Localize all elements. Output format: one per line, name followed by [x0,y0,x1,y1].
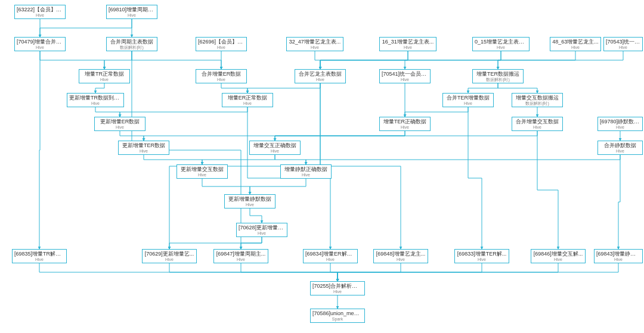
flow-node[interactable]: [70628]更新增量周...Hive [236,223,287,237]
flow-node[interactable]: [69810]增量周期主...Hive [106,5,157,19]
node-title: 增量TER数据搬运 [473,70,523,77]
flow-node[interactable]: 更新增量交互数据Hive [177,164,228,179]
node-title: [70629]更新增量艺... [143,250,196,257]
node-title: 合并周期主表数据 [107,38,157,45]
node-subtitle: Hive [598,125,642,130]
flow-edge [95,83,104,93]
flow-edge [338,263,482,281]
node-title: 0_15增量艺龙主表数... [473,38,529,45]
flow-node[interactable]: [70541]统一会员全...Hive [379,69,431,83]
flow-node[interactable]: 合并静默数据Hive [597,141,643,155]
flow-node[interactable]: [70629]更新增量艺...Hive [142,249,197,263]
flow-edge [306,155,620,164]
flow-node[interactable]: [70543]统一会员筛...Hive [603,37,643,51]
node-title: 合并增量ER数据 [196,70,246,77]
flow-node[interactable]: 合并增量交互数据Hive [512,117,563,131]
flow-node[interactable]: [63222]【会员】增...Hive [14,5,66,19]
flow-node[interactable]: 16_31增量艺龙主表...Hive [379,37,436,51]
flow-node[interactable]: [69780]静默数据搬...Hive [597,117,643,131]
node-title: [69848]增量艺龙主... [374,250,428,257]
flow-node[interactable]: 增量TR正常数据Hive [79,69,130,83]
flow-node[interactable]: [70479]增量合并TR...Hive [14,37,66,51]
flow-edge [104,51,132,69]
flow-node[interactable]: [69834]增量ER解析...Hive [303,249,358,263]
flow-edge [275,131,405,141]
flow-node[interactable]: [70255]合并解析数据Hive [310,281,365,295]
flow-node[interactable]: [69847]增量周期主...Hive [213,249,268,263]
flow-edge [250,208,262,223]
flow-edge [330,263,338,281]
flow-node[interactable]: 合并TER增量数据Hive [442,93,494,107]
flow-node[interactable]: 更新增量ER数据Hive [94,117,145,131]
flow-edge [320,51,408,69]
flow-node[interactable]: [69846]增量交互解...Hive [531,249,586,263]
flow-edge [275,131,537,141]
flow-edge [40,19,132,37]
flow-node[interactable]: 增量交互数据搬运数据解析(时) [512,93,563,107]
node-subtitle: Hive [531,257,585,263]
node-title: 更新增量TER数据 [119,141,169,149]
flow-edge [39,51,40,249]
node-subtitle: Hive [473,45,529,51]
flow-node[interactable]: 增量ER正常数据Hive [222,93,273,107]
diagram-canvas: [63222]【会员】增...Hive[69810]增量周期主...Hive[7… [0,0,644,333]
flow-node[interactable]: 增量静默正确数据Hive [280,164,332,179]
node-subtitle: Hive [281,173,331,178]
node-title: 增量交互正确数据 [250,141,300,149]
node-subtitle: 数据解析(时) [107,45,157,51]
flow-node[interactable]: 合并增量ER数据Hive [196,69,247,83]
node-title: [69780]静默数据搬... [598,117,642,125]
flow-node[interactable]: [69848]增量艺龙主...Hive [373,249,428,263]
node-title: [70586]union_mem... [311,309,364,317]
flow-node[interactable]: 48_63增量艺龙主...Hive [550,37,601,51]
node-title: 合并静默数据 [598,141,642,149]
flow-edge [202,179,250,194]
node-subtitle: Hive [604,45,642,51]
flow-edge [315,51,320,69]
node-title: 48_63增量艺龙主... [550,38,600,45]
node-subtitle: 数据解析(时) [473,77,523,83]
flow-node[interactable]: 增量TER正确数据Hive [379,117,431,131]
node-subtitle: Hive [225,203,275,208]
flow-node[interactable]: 增量交互正确数据Hive [249,141,301,155]
node-title: 合并艺龙主表数据 [295,70,345,77]
node-subtitle: Hive [214,257,268,263]
node-title: [70255]合并解析数据 [311,282,364,290]
flow-edge [275,155,306,164]
node-subtitle: Hive [380,125,430,130]
flow-node[interactable]: 32_47增量艺龙主表...Hive [286,37,343,51]
node-title: [70543]统一会员筛... [604,38,642,45]
flow-edge [132,51,221,69]
node-title: [69833]增量TER解... [455,250,509,257]
node-title: 更新增量静默数据 [225,195,275,203]
flow-node[interactable]: 合并艺龙主表数据Hive [295,69,346,83]
flow-node[interactable]: [62696]【会员】增...Hive [196,37,247,51]
node-subtitle: Hive [237,231,287,236]
flow-node[interactable]: [69843]增量静默解...Hive [594,249,643,263]
flow-node[interactable]: 合并周期主表数据数据解析(时) [106,37,157,51]
node-subtitle: Hive [177,173,227,178]
flow-edge [498,51,501,69]
flow-edge [537,131,558,249]
flow-node[interactable]: [69835]增量TR解析...Hive [12,249,67,263]
flow-node[interactable]: 更新增量静默数据Hive [224,194,275,208]
flow-node[interactable]: [69833]增量TER解...Hive [454,249,509,263]
flow-node[interactable]: 更新增量TER数据Hive [118,141,169,155]
flow-node[interactable]: 增量TER数据搬运数据解析(时) [472,69,524,83]
node-subtitle: Hive [374,257,428,263]
flow-edge [120,131,144,141]
flow-node[interactable]: 0_15增量艺龙主表数...Hive [472,37,530,51]
node-subtitle: Hive [250,149,300,154]
flow-node[interactable]: [70586]union_mem...Spark [310,309,365,323]
flow-edge [144,155,202,164]
flow-edge [338,263,401,281]
node-subtitle: Hive [107,13,157,18]
node-title: 增量静默正确数据 [281,165,331,173]
node-title: 合并TER增量数据 [443,94,493,101]
node-subtitle: Hive [287,45,343,51]
flow-node[interactable]: 更新增量TR数据到统...Hive [67,93,124,107]
flow-edge [40,51,104,69]
node-subtitle: 数据解析(时) [512,101,562,107]
node-subtitle: Hive [13,257,66,263]
node-subtitle: Hive [196,45,246,51]
